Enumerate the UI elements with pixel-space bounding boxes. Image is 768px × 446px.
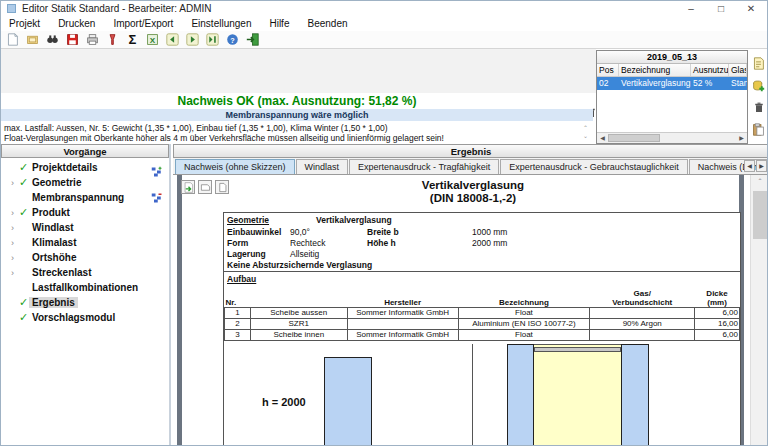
table-row: 3Scheibe innenSommer Informatik GmbHFloa… <box>225 330 740 341</box>
nav-first-icon[interactable] <box>165 32 180 47</box>
sidebar-item-produkt[interactable]: ›✓Produkt <box>1 205 141 220</box>
add-item-icon[interactable] <box>752 78 765 96</box>
menu-drucken[interactable]: Drucken <box>58 18 95 29</box>
svg-text:X: X <box>150 36 156 45</box>
toolbar: Σ X ? <box>1 31 767 49</box>
print-icon[interactable] <box>85 32 100 47</box>
positions-hscrollbar[interactable]: ◀ ▶ <box>597 132 747 143</box>
sidebar-item-klimalast[interactable]: ›✓Klimalast <box>1 235 141 250</box>
aufbau-table: Nr. Hersteller Bezeichnung Gas/Verbundsc… <box>224 289 740 341</box>
col-bezeichnung[interactable]: Bezeichnung <box>619 64 691 76</box>
sidebar-item-projektdetails[interactable]: ›✓Projektdetails <box>1 160 141 175</box>
menu-projekt[interactable]: Projekt <box>9 18 40 29</box>
exit-icon[interactable] <box>245 32 260 47</box>
loadcase-info: max. Lastfall: Aussen, Nr. 5: Gewicht (1… <box>4 123 579 143</box>
sidebar-item-streckenlast[interactable]: ›✓Streckenlast <box>1 265 141 280</box>
sidebar-item-windlast[interactable]: ›✓Windlast <box>1 220 141 235</box>
expand-icon[interactable]: › <box>7 268 18 278</box>
geo-value: Allseitig <box>290 249 319 259</box>
sidebar-title: Vorgänge <box>1 144 169 158</box>
sidebar-item-ergebnis[interactable]: ›✓Ergebnis <box>1 295 141 310</box>
geometrie-heading-value: Vertikalverglasung <box>316 215 392 225</box>
scroll-up-icon[interactable]: ⌃ <box>751 175 768 188</box>
tab-expertenausdruck-tragfaehigkeit[interactable]: Expertenausdruck - Tragfähigkeit <box>349 159 499 174</box>
sum-sigma-icon[interactable]: Σ <box>125 32 140 47</box>
geo-label: Form <box>227 238 248 248</box>
tab-nachweis-ohne-skizzen[interactable]: Nachweis (ohne Skizzen) <box>175 159 295 174</box>
positions-table-title[interactable]: 2019_05_13 <box>597 51 747 64</box>
help-icon[interactable]: ? <box>225 32 240 47</box>
check-icon: ✓ <box>18 206 29 219</box>
export-page-icon[interactable] <box>181 180 195 194</box>
membrane-message: Membranspannung wäre möglich <box>1 109 593 121</box>
page-landscape-icon[interactable] <box>198 180 212 194</box>
minimize-icon[interactable]: – <box>685 1 697 16</box>
tab-windlast[interactable]: Windlast <box>296 159 349 174</box>
spacer-bar <box>534 347 621 352</box>
loadcase-line-1: max. Lastfall: Aussen, Nr. 5: Gewicht (1… <box>4 123 579 133</box>
sidebar-item-lastfallkombinationen[interactable]: ›✓Lastfallkombinationen <box>1 280 141 295</box>
expand-icon[interactable]: › <box>7 178 18 188</box>
expand-icon[interactable]: › <box>7 223 18 233</box>
menu-import-export[interactable]: Import/Export <box>113 18 173 29</box>
tabs-scroll-left-icon[interactable]: ◀ <box>744 160 755 172</box>
sidebar-item-vorschlagsmodul[interactable]: ›✓Vorschlagsmodul <box>1 310 141 325</box>
save-floppy-icon[interactable] <box>65 32 80 47</box>
preview-vscrollbar[interactable]: ⌃ <box>750 175 768 446</box>
maximize-icon[interactable]: □ <box>715 1 727 16</box>
paste-clipboard-icon[interactable] <box>752 122 765 140</box>
geo-value: 90,0° <box>290 227 310 237</box>
check-icon: ✓ <box>18 311 29 324</box>
geo-label: Lagerung <box>227 249 266 259</box>
info-scroll-arrows[interactable]: ⌃⌄ <box>581 124 590 140</box>
close-icon[interactable]: ✕ <box>745 1 757 16</box>
glass-pane-outer <box>507 344 534 446</box>
expand-icon[interactable]: › <box>7 208 18 218</box>
geometry-box: Geometrie Vertikalverglasung Einbauwinke… <box>223 212 741 446</box>
hscroll-thumb[interactable] <box>608 134 660 142</box>
nav-last-icon[interactable] <box>205 32 220 47</box>
col-nr: Nr. <box>225 289 348 308</box>
nav-next-icon[interactable] <box>185 32 200 47</box>
scroll-right-icon[interactable]: ▶ <box>736 133 747 143</box>
aufbau-header-row: Nr. Hersteller Bezeichnung Gas/Verbundsc… <box>225 289 740 308</box>
tab-expertenausdruck-gebrauchstauglichkeit[interactable]: Expertenausdruck - Gebrauchstauglichkeit <box>500 159 688 174</box>
red-tool-icon[interactable] <box>105 32 120 47</box>
col-glasglobal[interactable]: GlasGlob <box>729 64 747 76</box>
table-row[interactable]: 02 Vertikalverglasung 52 % Standar <box>597 77 747 90</box>
sidebar: Vorgänge ›✓Projektdetails ›✓Geometrie ›✓… <box>1 144 171 446</box>
vscroll-thumb[interactable] <box>753 191 768 239</box>
open-folder-icon[interactable] <box>25 32 40 47</box>
excel-export-icon[interactable]: X <box>145 32 160 47</box>
sidebar-item-membranspannung[interactable]: ›✓Membranspannung <box>1 190 141 205</box>
expand-tree-icon[interactable] <box>151 164 163 182</box>
new-document-icon[interactable] <box>5 32 20 47</box>
sidebar-item-ortshoehe[interactable]: ›✓Ortshöhe <box>1 250 141 265</box>
project-form: Projekt Projekt 02 Position 02 Datum 13.… <box>1 49 596 93</box>
sidebar-item-geometrie[interactable]: ›✓Geometrie <box>1 175 141 190</box>
check-icon: ✓ <box>18 161 29 174</box>
table-row: 1Scheibe aussenSommer Informatik GmbHFlo… <box>225 308 740 319</box>
expand-icon[interactable]: › <box>7 238 18 248</box>
tree-tools <box>151 164 163 208</box>
positions-table-header[interactable]: Pos Bezeichnung Ausnutzung GlasGlob <box>597 64 747 77</box>
geo-label: Einbauwinkel <box>227 227 281 237</box>
search-binoculars-icon[interactable] <box>45 32 60 47</box>
app-window: Editor Statik Standard - Bearbeiter: ADM… <box>0 0 768 446</box>
row-glasglobal: Standar <box>729 77 747 90</box>
title-bar: Editor Statik Standard - Bearbeiter: ADM… <box>1 1 767 16</box>
collapse-tree-icon[interactable] <box>151 190 163 208</box>
menu-einstellungen[interactable]: Einstellungen <box>191 18 251 29</box>
scroll-left-icon[interactable]: ◀ <box>597 133 608 143</box>
menu-beenden[interactable]: Beenden <box>307 18 347 29</box>
col-ausnutzung[interactable]: Ausnutzung <box>691 64 729 76</box>
tabs-scroll-right-icon[interactable]: ▶ <box>756 160 767 172</box>
report-page-icon[interactable] <box>752 56 765 74</box>
col-hersteller: Hersteller <box>347 289 458 308</box>
expand-icon[interactable]: › <box>7 253 18 263</box>
trash-icon[interactable] <box>753 100 765 118</box>
results-title: Ergebnis <box>173 144 768 158</box>
col-pos[interactable]: Pos <box>597 64 619 76</box>
menu-hilfe[interactable]: Hilfe <box>269 18 289 29</box>
page-left-edge <box>177 175 182 446</box>
